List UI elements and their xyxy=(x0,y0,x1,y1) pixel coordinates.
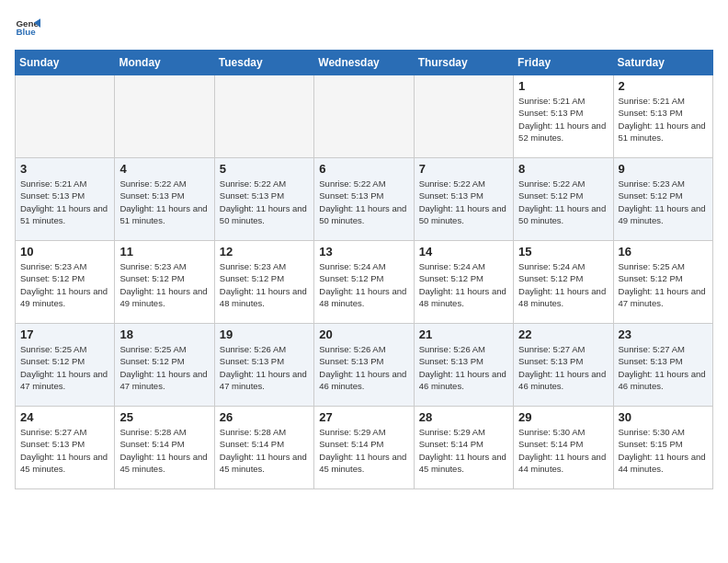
day-info: Sunrise: 5:22 AM Sunset: 5:13 PM Dayligh… xyxy=(419,178,508,226)
calendar-cell: 26Sunrise: 5:28 AM Sunset: 5:14 PM Dayli… xyxy=(214,407,313,489)
calendar-cell: 12Sunrise: 5:23 AM Sunset: 5:12 PM Dayli… xyxy=(214,241,313,324)
day-number: 8 xyxy=(518,162,608,176)
day-number: 5 xyxy=(220,162,309,176)
calendar-week-1: 1Sunrise: 5:21 AM Sunset: 5:13 PM Daylig… xyxy=(16,75,713,158)
calendar-week-4: 17Sunrise: 5:25 AM Sunset: 5:12 PM Dayli… xyxy=(16,324,713,407)
calendar-cell: 3Sunrise: 5:21 AM Sunset: 5:13 PM Daylig… xyxy=(16,158,115,241)
calendar-cell: 11Sunrise: 5:23 AM Sunset: 5:12 PM Dayli… xyxy=(115,241,214,324)
calendar-cell: 27Sunrise: 5:29 AM Sunset: 5:14 PM Dayli… xyxy=(314,407,414,489)
calendar-cell: 22Sunrise: 5:27 AM Sunset: 5:13 PM Dayli… xyxy=(514,324,613,407)
day-info: Sunrise: 5:28 AM Sunset: 5:14 PM Dayligh… xyxy=(220,426,309,475)
day-number: 1 xyxy=(518,79,608,93)
calendar-week-2: 3Sunrise: 5:21 AM Sunset: 5:13 PM Daylig… xyxy=(16,158,713,241)
day-info: Sunrise: 5:26 AM Sunset: 5:13 PM Dayligh… xyxy=(319,343,408,392)
calendar-week-5: 24Sunrise: 5:27 AM Sunset: 5:13 PM Dayli… xyxy=(16,407,713,489)
calendar-cell: 24Sunrise: 5:27 AM Sunset: 5:13 PM Dayli… xyxy=(16,407,115,489)
calendar-cell: 29Sunrise: 5:30 AM Sunset: 5:14 PM Dayli… xyxy=(514,407,613,489)
day-info: Sunrise: 5:26 AM Sunset: 5:13 PM Dayligh… xyxy=(220,343,309,392)
day-info: Sunrise: 5:24 AM Sunset: 5:12 PM Dayligh… xyxy=(518,260,608,309)
weekday-header-saturday: Saturday xyxy=(613,51,712,75)
calendar-cell: 16Sunrise: 5:25 AM Sunset: 5:12 PM Dayli… xyxy=(613,241,712,324)
calendar-cell: 28Sunrise: 5:29 AM Sunset: 5:14 PM Dayli… xyxy=(414,407,513,489)
day-number: 17 xyxy=(20,327,109,341)
calendar-cell: 30Sunrise: 5:30 AM Sunset: 5:15 PM Dayli… xyxy=(613,407,712,489)
day-info: Sunrise: 5:30 AM Sunset: 5:14 PM Dayligh… xyxy=(518,426,608,475)
calendar-cell: 1Sunrise: 5:21 AM Sunset: 5:13 PM Daylig… xyxy=(514,75,613,158)
logo: General Blue xyxy=(15,15,40,40)
calendar-cell: 13Sunrise: 5:24 AM Sunset: 5:12 PM Dayli… xyxy=(314,241,414,324)
weekday-header-monday: Monday xyxy=(115,51,214,75)
calendar-cell: 18Sunrise: 5:25 AM Sunset: 5:12 PM Dayli… xyxy=(115,324,214,407)
day-number: 19 xyxy=(220,327,309,341)
day-number: 28 xyxy=(419,410,508,424)
calendar-cell: 5Sunrise: 5:22 AM Sunset: 5:13 PM Daylig… xyxy=(214,158,313,241)
calendar-cell xyxy=(314,75,414,158)
calendar-cell: 4Sunrise: 5:22 AM Sunset: 5:13 PM Daylig… xyxy=(115,158,214,241)
calendar-cell: 15Sunrise: 5:24 AM Sunset: 5:12 PM Dayli… xyxy=(514,241,613,324)
day-info: Sunrise: 5:25 AM Sunset: 5:12 PM Dayligh… xyxy=(20,343,109,392)
day-info: Sunrise: 5:25 AM Sunset: 5:12 PM Dayligh… xyxy=(119,343,209,392)
day-number: 7 xyxy=(419,162,508,176)
calendar-cell xyxy=(214,75,313,158)
day-info: Sunrise: 5:22 AM Sunset: 5:13 PM Dayligh… xyxy=(119,178,209,226)
day-number: 25 xyxy=(119,410,209,424)
day-number: 30 xyxy=(619,410,708,424)
calendar-cell xyxy=(16,75,115,158)
day-info: Sunrise: 5:30 AM Sunset: 5:15 PM Dayligh… xyxy=(619,426,708,475)
day-number: 29 xyxy=(518,410,608,424)
day-number: 3 xyxy=(20,162,109,176)
day-info: Sunrise: 5:23 AM Sunset: 5:12 PM Dayligh… xyxy=(20,260,109,309)
day-info: Sunrise: 5:27 AM Sunset: 5:13 PM Dayligh… xyxy=(518,343,608,392)
calendar-cell: 14Sunrise: 5:24 AM Sunset: 5:12 PM Dayli… xyxy=(414,241,513,324)
day-number: 20 xyxy=(319,327,408,341)
calendar-cell: 7Sunrise: 5:22 AM Sunset: 5:13 PM Daylig… xyxy=(414,158,513,241)
day-number: 23 xyxy=(619,327,708,341)
day-info: Sunrise: 5:22 AM Sunset: 5:12 PM Dayligh… xyxy=(518,178,608,226)
day-info: Sunrise: 5:21 AM Sunset: 5:13 PM Dayligh… xyxy=(518,95,608,144)
day-info: Sunrise: 5:27 AM Sunset: 5:13 PM Dayligh… xyxy=(20,426,109,475)
day-number: 13 xyxy=(319,245,408,259)
day-number: 4 xyxy=(119,162,209,176)
weekday-header-sunday: Sunday xyxy=(16,51,115,75)
weekday-header-thursday: Thursday xyxy=(414,51,513,75)
day-number: 18 xyxy=(119,327,209,341)
day-info: Sunrise: 5:28 AM Sunset: 5:14 PM Dayligh… xyxy=(119,426,209,475)
weekday-header-friday: Friday xyxy=(514,51,613,75)
day-number: 22 xyxy=(518,327,608,341)
weekday-header-wednesday: Wednesday xyxy=(314,51,414,75)
day-info: Sunrise: 5:22 AM Sunset: 5:13 PM Dayligh… xyxy=(220,178,309,226)
calendar-cell: 20Sunrise: 5:26 AM Sunset: 5:13 PM Dayli… xyxy=(314,324,414,407)
day-number: 9 xyxy=(619,162,708,176)
calendar-cell: 21Sunrise: 5:26 AM Sunset: 5:13 PM Dayli… xyxy=(414,324,513,407)
day-number: 2 xyxy=(619,79,708,93)
calendar-cell: 19Sunrise: 5:26 AM Sunset: 5:13 PM Dayli… xyxy=(214,324,313,407)
day-info: Sunrise: 5:21 AM Sunset: 5:13 PM Dayligh… xyxy=(619,95,708,144)
calendar-cell: 17Sunrise: 5:25 AM Sunset: 5:12 PM Dayli… xyxy=(16,324,115,407)
day-number: 15 xyxy=(518,245,608,259)
day-info: Sunrise: 5:21 AM Sunset: 5:13 PM Dayligh… xyxy=(20,178,109,226)
day-info: Sunrise: 5:27 AM Sunset: 5:13 PM Dayligh… xyxy=(619,343,708,392)
logo-icon: General Blue xyxy=(15,15,40,40)
page-header: General Blue xyxy=(15,15,713,40)
calendar-week-3: 10Sunrise: 5:23 AM Sunset: 5:12 PM Dayli… xyxy=(16,241,713,324)
calendar-cell: 8Sunrise: 5:22 AM Sunset: 5:12 PM Daylig… xyxy=(514,158,613,241)
day-number: 6 xyxy=(319,162,408,176)
day-number: 26 xyxy=(220,410,309,424)
day-info: Sunrise: 5:23 AM Sunset: 5:12 PM Dayligh… xyxy=(119,260,209,309)
day-number: 11 xyxy=(119,245,209,259)
calendar-cell: 10Sunrise: 5:23 AM Sunset: 5:12 PM Dayli… xyxy=(16,241,115,324)
calendar-cell: 25Sunrise: 5:28 AM Sunset: 5:14 PM Dayli… xyxy=(115,407,214,489)
day-info: Sunrise: 5:29 AM Sunset: 5:14 PM Dayligh… xyxy=(419,426,508,475)
day-info: Sunrise: 5:25 AM Sunset: 5:12 PM Dayligh… xyxy=(619,260,708,309)
day-number: 12 xyxy=(220,245,309,259)
svg-text:Blue: Blue xyxy=(16,27,36,37)
calendar-cell xyxy=(115,75,214,158)
calendar-cell xyxy=(414,75,513,158)
weekday-header-row: SundayMondayTuesdayWednesdayThursdayFrid… xyxy=(16,51,713,75)
day-number: 10 xyxy=(20,245,109,259)
calendar-cell: 9Sunrise: 5:23 AM Sunset: 5:12 PM Daylig… xyxy=(613,158,712,241)
day-info: Sunrise: 5:26 AM Sunset: 5:13 PM Dayligh… xyxy=(419,343,508,392)
day-number: 21 xyxy=(419,327,508,341)
calendar-cell: 6Sunrise: 5:22 AM Sunset: 5:13 PM Daylig… xyxy=(314,158,414,241)
day-info: Sunrise: 5:22 AM Sunset: 5:13 PM Dayligh… xyxy=(319,178,408,226)
